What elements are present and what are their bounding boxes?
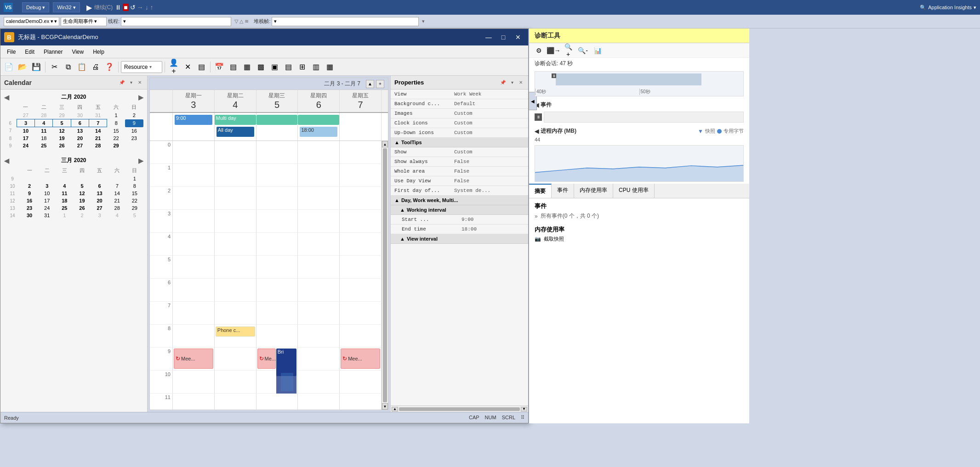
prop-row-updown[interactable]: Up-Down icons Custom [391,128,528,138]
cal-day[interactable]: 28 [89,142,107,149]
cal-day[interactable]: 17 [17,135,34,142]
cal-day[interactable]: 27 [91,204,108,212]
diag-chart-btn[interactable]: 📊 [592,45,604,56]
prop-row-endtime[interactable]: End time 18:00 [391,225,528,234]
prop-row-view[interactable]: View Work Week [391,90,528,99]
view1-button[interactable]: ▤ [195,61,208,73]
cal-day[interactable]: 25 [56,204,73,212]
cal-day[interactable]: 4 [56,182,73,190]
prop-row-firstday[interactable]: First day of... System de... [391,186,528,196]
scroll-thumb[interactable] [383,148,387,402]
event-dropdown[interactable]: 生命周期事件 ▾ [61,17,107,26]
cal-day[interactable]: 15 [107,127,125,135]
play-icon[interactable]: ▶ [86,3,92,12]
cell-7-fri[interactable] [340,302,382,325]
cal-day[interactable]: 12 [73,190,91,197]
cal-day[interactable]: 8 [107,119,125,127]
calendar-btn3[interactable]: ▦ [240,61,253,73]
prop-row-bg[interactable]: Background c... Default [391,99,528,109]
cal-day[interactable]: 24 [38,204,56,212]
cal-day[interactable]: 1 [107,112,125,119]
cal-day[interactable]: 4 [108,212,126,219]
cell-0-wed[interactable] [256,141,298,164]
calendar-btn1[interactable]: 📅 [213,61,226,73]
diag-tab-cpu[interactable]: CPU 使用率 [613,184,655,198]
cell-11-wed[interactable] [256,394,298,410]
cal-day[interactable]: 11 [35,127,53,135]
cal-day[interactable]: 28 [108,204,126,212]
cell-1-fri[interactable] [340,164,382,187]
cell-9-thu[interactable] [298,348,340,371]
calendar-btn6[interactable]: ▤ [282,61,295,73]
cell-7-wed[interactable] [256,302,298,325]
cell-9-tue[interactable] [215,348,256,371]
cal-day[interactable]: 31 [89,112,107,119]
prop-section-workinterval[interactable]: ▲ Working interval [391,205,528,215]
cell-7-tue[interactable] [215,302,256,325]
scroll-down-btn[interactable]: ▼ [382,403,388,410]
prop-scrollbar[interactable]: ▲ ▼ [391,405,528,412]
cal-day[interactable]: 30 [71,112,89,119]
vs-debug-dropdown[interactable]: Debug ▾ [22,2,49,12]
prop-scroll-thumb[interactable] [399,407,520,411]
cal-day[interactable]: 3 [38,182,56,190]
event-me-wed[interactable]: ↻ Me... [257,349,276,369]
cell-10-fri[interactable] [340,371,382,394]
calendar-btn9[interactable]: ▦ [323,61,336,73]
cell-11-tue[interactable] [215,394,256,410]
cal-day[interactable]: 23 [125,135,143,142]
cell-0-mon[interactable] [173,141,215,164]
cal-day[interactable]: 29 [126,204,143,212]
cal-day[interactable]: 15 [126,190,143,197]
event-phone[interactable]: Phone c... [216,326,255,337]
paste-button[interactable]: 📋 [75,61,88,73]
calendar-btn2[interactable]: ▤ [227,61,239,73]
cal-day[interactable]: 18 [56,197,73,204]
cal-day[interactable]: 31 [38,212,56,219]
cal-day[interactable]: 16 [21,197,38,204]
cal-day[interactable]: 22 [126,197,143,204]
cell-0-fri[interactable] [340,141,382,164]
diag-screenshot-btn[interactable]: 📷 截取快照 [535,236,744,242]
prop-section-tooltips[interactable]: ▲ ToolTips [391,138,528,147]
minimize-button[interactable]: — [482,32,495,42]
cal-day[interactable]: 1 [126,175,143,182]
cal-day[interactable]: 7 [89,119,107,127]
cell-2-mon[interactable] [173,187,215,210]
cell-5-wed[interactable] [256,256,298,279]
cell-1-thu[interactable] [298,164,340,187]
prop-expand-tooltips[interactable]: ▲ [394,140,399,145]
menu-edit[interactable]: Edit [20,47,39,57]
print-button[interactable]: 🖨 [89,61,102,73]
time-grid-scroll[interactable]: 0 1 [150,141,382,410]
prop-row-images[interactable]: Images Custom [391,109,528,118]
new-button[interactable]: 📄 [2,61,15,73]
close-button[interactable]: ✕ [512,32,524,42]
calendar-panel-dropdown[interactable]: ▾ [128,79,134,86]
event-allday[interactable]: All day [217,127,254,137]
cal-day[interactable]: 2 [21,182,38,190]
cell-2-thu[interactable] [298,187,340,210]
cal-day[interactable]: 25 [35,142,53,149]
cell-10-tue[interactable] [215,371,256,394]
cal-scroll-up-btn[interactable]: ▲ [366,80,374,88]
cell-6-wed[interactable] [256,279,298,302]
stack-dropdown[interactable]: ▾ [272,17,419,26]
cal-day[interactable]: 8 [126,182,143,190]
allday-cell-fri[interactable] [340,113,382,141]
cell-2-fri[interactable] [340,187,382,210]
cal-day[interactable]: 5 [73,182,91,190]
event-multiday-wed[interactable] [256,115,298,125]
save-button[interactable]: 💾 [30,61,43,73]
cell-8-thu[interactable] [298,325,340,348]
cell-5-mon[interactable] [173,256,215,279]
cal-day[interactable]: 2 [125,112,143,119]
cal-day[interactable]: 5 [126,212,143,219]
prop-section-viewinterval[interactable]: ▲ View interval [391,234,528,244]
diag-settings-btn[interactable]: ⚙ [533,45,545,56]
cell-5-thu[interactable] [298,256,340,279]
cell-5-tue[interactable] [215,256,256,279]
cell-7-thu[interactable] [298,302,340,325]
menu-view[interactable]: View [67,47,88,57]
cell-1-tue[interactable] [215,164,256,187]
